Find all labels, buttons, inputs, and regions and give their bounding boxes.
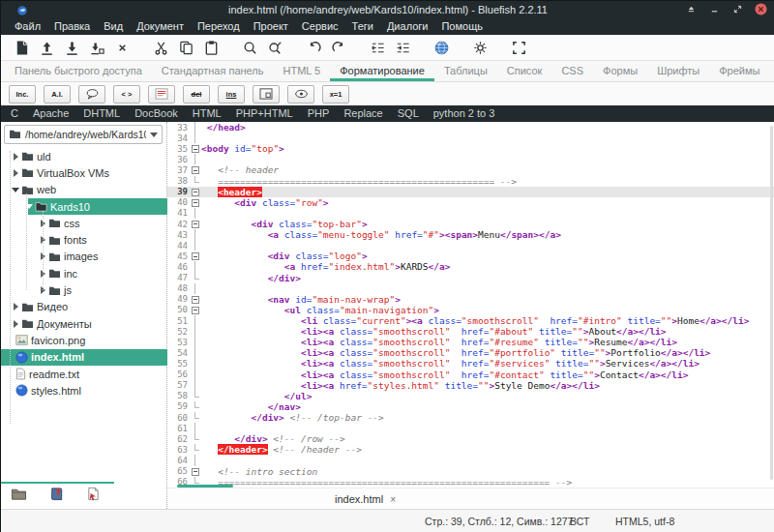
find-button[interactable] [237,37,262,59]
mode-C[interactable]: C [11,105,18,122]
menu-item-0[interactable]: Файл [8,18,47,35]
mode-Replace[interactable]: Replace [343,105,382,122]
fold-marker[interactable] [188,229,201,240]
menu-item-8[interactable]: Диалоги [380,18,435,35]
tree-item-VirtualBox VMs[interactable]: VirtualBox VMs [1,164,167,181]
expander-icon[interactable] [11,188,20,192]
fold-marker[interactable] [188,240,201,251]
format-button-ins[interactable]: ins [218,85,245,103]
find-and-replace-button[interactable] [262,37,287,59]
tree-item-Видео[interactable]: Видео [1,299,167,315]
fold-marker[interactable] [188,369,201,380]
snippets-tab[interactable] [86,487,101,505]
undo-button[interactable] [301,37,326,59]
format-button-A.I.[interactable]: A.I. [44,85,71,103]
pre-icon[interactable] [148,85,175,103]
fold-marker[interactable] [188,315,201,326]
directory-combo[interactable]: /home/andrey/web/Kards10 [4,125,163,144]
new-document-button[interactable] [9,37,34,59]
fold-marker[interactable] [188,122,201,133]
fold-marker[interactable] [188,164,201,175]
fold-marker[interactable] [188,380,201,391]
fold-marker[interactable] [188,143,201,154]
mode-Apache[interactable]: Apache [33,105,69,122]
indent-button[interactable] [390,37,415,59]
expander-icon[interactable] [11,169,20,177]
fold-marker[interactable] [188,466,201,477]
format-button-del[interactable]: del [183,85,210,103]
fold-marker[interactable] [188,133,201,143]
title-bar[interactable]: index.html (/home/andrey/web/Kards10/ind… [1,1,774,18]
tab-Шрифты[interactable]: Шрифты [647,61,709,81]
menu-item-1[interactable]: Правка [47,18,97,35]
close-document-button[interactable] [109,37,134,59]
file-item-favicon.png[interactable]: favicon.png [1,332,167,348]
tree-item-Документы[interactable]: Документы [1,315,167,332]
menu-item-3[interactable]: Документ [130,18,191,35]
paste-button[interactable] [198,37,223,59]
expander-icon[interactable] [11,320,20,328]
tab-Стандартная панель[interactable]: Стандартная панель [152,61,274,81]
fold-marker[interactable] [188,433,201,444]
minimize-button[interactable] [708,3,721,15]
open-file-button[interactable] [34,37,59,59]
fold-marker[interactable] [188,444,201,455]
fold-marker[interactable] [188,261,201,272]
tab-Формы[interactable]: Формы [593,61,647,81]
fold-marker[interactable] [188,219,201,229]
comment-icon[interactable] [78,85,105,103]
redo-button[interactable] [326,37,351,59]
mode-SQL[interactable]: SQL [398,105,419,122]
format-button-< >[interactable]: < > [113,85,140,103]
fullscreen-button[interactable] [506,37,531,59]
mode-python 2 to 3[interactable]: python 2 to 3 [433,105,495,122]
shade-button[interactable] [685,3,698,15]
fold-marker[interactable] [188,154,201,164]
fold-marker[interactable] [188,197,201,208]
fold-marker[interactable] [188,294,201,305]
fold-marker[interactable] [188,347,201,358]
frame-icon[interactable] [253,85,280,103]
mode-DHTML[interactable]: DHTML [83,105,120,122]
fold-marker[interactable] [188,208,201,219]
fold-marker[interactable] [188,412,201,423]
fold-marker[interactable] [188,391,201,401]
vertical-scrollbar[interactable] [770,126,773,480]
menu-item-5[interactable]: Проект [247,18,295,35]
copy-button[interactable] [173,37,198,59]
save-file-as-button[interactable] [84,37,109,59]
fold-marker[interactable] [188,326,201,337]
tab-CSS[interactable]: CSS [551,61,593,81]
code-editor[interactable]: 33</head>3435<body id="top">3637<!-- hea… [167,122,774,488]
eye-icon[interactable] [287,85,314,103]
fold-marker[interactable] [188,337,201,347]
mode-DocBook[interactable]: DocBook [134,105,178,122]
tree-item-uld[interactable]: uld [1,148,167,164]
save-file-button[interactable] [59,37,84,59]
menu-item-2[interactable]: Вид [97,18,130,35]
unindent-button[interactable] [365,37,390,59]
fold-marker[interactable] [188,358,201,369]
close-button[interactable] [755,3,767,15]
tab-Таблицы[interactable]: Таблицы [434,61,497,81]
fold-marker[interactable] [188,176,201,187]
file-item-index.html[interactable]: index.html [1,349,167,366]
fold-marker[interactable] [188,187,201,197]
close-icon[interactable]: × [390,494,396,505]
fold-marker[interactable] [188,305,201,315]
external-tools-button[interactable] [467,37,492,59]
mode-PHP+HTML[interactable]: PHP+HTML [236,105,293,122]
tab-Панель быстрого доступа[interactable]: Панель быстрого доступа [5,61,152,81]
file-item-styles.html[interactable]: styles.html [1,382,167,399]
fold-marker[interactable] [188,401,201,412]
fold-marker[interactable] [188,251,201,261]
mode-PHP[interactable]: PHP [308,105,330,122]
format-button-x=1[interactable]: x=1 [322,85,349,103]
fold-marker[interactable] [188,455,201,465]
fold-marker[interactable] [188,283,201,294]
tab-HTML 5[interactable]: HTML 5 [274,61,331,81]
fold-marker[interactable] [188,273,201,283]
fold-marker[interactable] [188,423,201,433]
mode-HTML[interactable]: HTML [193,105,222,122]
menu-item-7[interactable]: Теги [345,18,380,35]
